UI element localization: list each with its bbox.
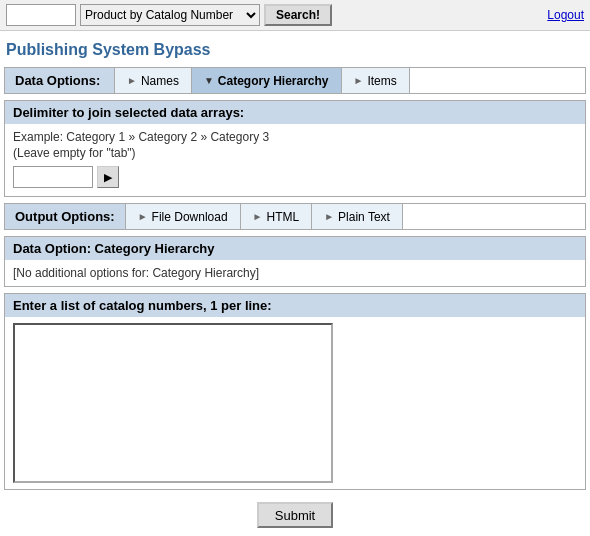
tab-names-arrow: ► [127, 75, 137, 86]
tab-html[interactable]: ► HTML [241, 204, 313, 229]
data-options-label: Data Options: [5, 68, 115, 93]
tab-file-download-arrow: ► [138, 211, 148, 222]
tab-category-label: Category Hierarchy [218, 74, 329, 88]
top-bar: Product by Catalog Number Search! Logout [0, 0, 590, 31]
tab-items-arrow: ► [354, 75, 364, 86]
output-options-label: Output Options: [5, 204, 126, 229]
page-title: Publishing System Bypass [0, 31, 590, 67]
data-option-info-header: Data Option: Category Hierarchy [5, 237, 585, 260]
tab-file-download-label: File Download [152, 210, 228, 224]
data-option-info-body: [No additional options for: Category Hie… [5, 260, 585, 286]
catalog-body [5, 317, 585, 489]
submit-row: Submit [0, 496, 590, 536]
tab-category-arrow: ▼ [204, 75, 214, 86]
delimiter-section: Delimiter to join selected data arrays: … [4, 100, 586, 197]
data-options-section: Data Options: ► Names ▼ Category Hierarc… [4, 67, 586, 94]
catalog-textarea[interactable] [13, 323, 333, 483]
catalog-header: Enter a list of catalog numbers, 1 per l… [5, 294, 585, 317]
search-select[interactable]: Product by Catalog Number [80, 4, 260, 26]
tab-plain-text-arrow: ► [324, 211, 334, 222]
output-options-section: Output Options: ► File Download ► HTML ►… [4, 203, 586, 230]
delimiter-header: Delimiter to join selected data arrays: [5, 101, 585, 124]
search-button[interactable]: Search! [264, 4, 332, 26]
delimiter-body: Example: Category 1 » Category 2 » Categ… [5, 124, 585, 196]
tab-plain-text-label: Plain Text [338, 210, 390, 224]
data-options-tab-row: Data Options: ► Names ▼ Category Hierarc… [5, 68, 585, 93]
tab-names[interactable]: ► Names [115, 68, 192, 93]
tab-html-arrow: ► [253, 211, 263, 222]
delimiter-example: Example: Category 1 » Category 2 » Categ… [13, 130, 577, 144]
tab-items-label: Items [367, 74, 396, 88]
logout-link[interactable]: Logout [547, 8, 584, 22]
data-option-info-section: Data Option: Category Hierarchy [No addi… [4, 236, 586, 287]
delimiter-input-row: ▶ [13, 166, 577, 188]
tab-category-hierarchy[interactable]: ▼ Category Hierarchy [192, 68, 342, 93]
catalog-section: Enter a list of catalog numbers, 1 per l… [4, 293, 586, 490]
tab-items[interactable]: ► Items [342, 68, 410, 93]
delimiter-apply-button[interactable]: ▶ [97, 166, 119, 188]
tab-names-label: Names [141, 74, 179, 88]
submit-button[interactable]: Submit [257, 502, 333, 528]
delimiter-note: (Leave empty for "tab") [13, 146, 577, 160]
tab-html-label: HTML [267, 210, 300, 224]
delimiter-input[interactable] [13, 166, 93, 188]
tab-plain-text[interactable]: ► Plain Text [312, 204, 403, 229]
output-options-tab-row: Output Options: ► File Download ► HTML ►… [5, 204, 585, 229]
top-bar-left: Product by Catalog Number Search! [6, 4, 332, 26]
search-text-input[interactable] [6, 4, 76, 26]
tab-file-download[interactable]: ► File Download [126, 204, 241, 229]
